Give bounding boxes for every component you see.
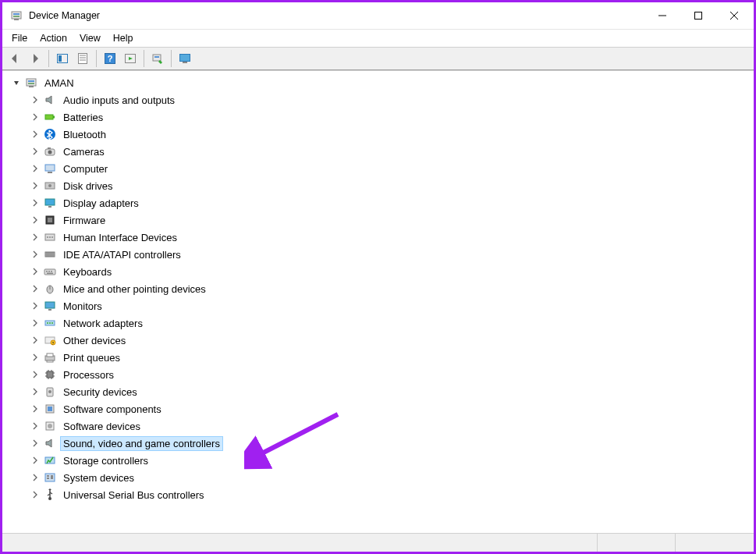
tree-item-other[interactable]: ?Other devices <box>29 332 752 349</box>
collapse-icon[interactable] <box>10 76 23 89</box>
menu-help[interactable]: Help <box>107 31 140 45</box>
svg-rect-31 <box>45 165 55 171</box>
tree-item-audio[interactable]: Audio inputs and outputs <box>29 91 752 108</box>
tree-item-swcomp[interactable]: Software components <box>29 400 752 417</box>
app-icon <box>10 9 23 22</box>
tree-item-display[interactable]: Display adapters <box>29 194 752 211</box>
expand-icon[interactable] <box>29 128 41 140</box>
tree-item-monitors[interactable]: Monitors <box>29 297 752 314</box>
show-hide-console-tree-button[interactable] <box>53 49 72 68</box>
expand-icon[interactable] <box>29 265 41 278</box>
scan-hardware-button[interactable] <box>148 49 167 68</box>
forward-button[interactable] <box>26 49 44 68</box>
menu-file[interactable]: File <box>5 31 34 45</box>
svg-rect-80 <box>48 407 52 411</box>
expand-icon[interactable] <box>29 145 41 158</box>
tree-item-system[interactable]: System devices <box>29 469 752 486</box>
device-manager-window: Device Manager File Action View Help <box>2 2 754 552</box>
hid-icon <box>43 230 57 244</box>
system-icon <box>43 471 57 485</box>
expand-icon[interactable] <box>29 385 41 398</box>
tree-item-firmware[interactable]: Firmware <box>29 211 752 229</box>
tree-item-label: Cameras <box>60 144 108 159</box>
tree-item-label: Mice and other pointing devices <box>60 282 209 297</box>
expand-icon[interactable] <box>29 454 41 467</box>
swdev-icon <box>43 419 57 433</box>
tree-item-security[interactable]: Security devices <box>29 383 752 400</box>
storage-icon <box>43 453 57 467</box>
svg-rect-22 <box>28 80 34 82</box>
keyboards-icon <box>43 265 57 279</box>
close-button[interactable] <box>716 3 752 28</box>
tree-item-storage[interactable]: Storage controllers <box>29 452 752 469</box>
tree-item-processors[interactable]: Processors <box>29 366 752 383</box>
tree-item-printqueues[interactable]: Print queues <box>29 349 752 366</box>
tree-item-label: Storage controllers <box>60 453 151 468</box>
help-button[interactable]: ? <box>101 49 119 68</box>
tree-root-node[interactable]: AMAN <box>10 74 752 91</box>
expand-icon[interactable] <box>29 214 41 226</box>
svg-rect-23 <box>28 83 34 84</box>
tree-item-sound[interactable]: Sound, video and game controllers <box>29 435 752 452</box>
tree-item-label: Disk drives <box>60 179 116 194</box>
expand-icon[interactable] <box>29 94 41 106</box>
svg-rect-50 <box>46 271 48 272</box>
other-icon: ? <box>43 333 57 347</box>
expand-icon[interactable] <box>29 351 41 364</box>
expand-icon[interactable] <box>29 111 41 123</box>
tree-item-label: IDE ATA/ATAPI controllers <box>60 247 184 262</box>
tree-item-label: Sound, video and game controllers <box>60 436 223 451</box>
action-button[interactable] <box>121 49 140 68</box>
tree-item-keyboards[interactable]: Keyboards <box>29 263 752 280</box>
tree-item-diskdrives[interactable]: Disk drives <box>29 177 752 194</box>
tree-item-computer[interactable]: Computer <box>29 160 752 177</box>
expand-icon[interactable] <box>29 488 41 501</box>
network-icon <box>43 316 57 330</box>
tree-item-label: Universal Serial Bus controllers <box>60 488 208 503</box>
tree-item-network[interactable]: Network adapters <box>29 314 752 332</box>
monitor-button[interactable] <box>176 49 194 68</box>
svg-rect-10 <box>79 54 87 64</box>
tree-item-swdev[interactable]: Software devices <box>29 417 752 435</box>
expand-icon[interactable] <box>29 437 41 449</box>
tree-item-bluetooth[interactable]: Bluetooth <box>29 126 752 143</box>
expand-icon[interactable] <box>29 420 41 432</box>
svg-rect-26 <box>53 116 55 119</box>
device-tree[interactable]: AMAN Audio inputs and outputsBatteriesBl… <box>2 70 754 533</box>
svg-rect-18 <box>154 56 159 58</box>
menu-view[interactable]: View <box>73 31 107 45</box>
svg-rect-21 <box>27 79 36 86</box>
expand-icon[interactable] <box>29 282 41 295</box>
expand-icon[interactable] <box>29 231 41 243</box>
tree-item-cameras[interactable]: Cameras <box>29 143 752 160</box>
svg-text:?: ? <box>108 54 113 63</box>
expand-icon[interactable] <box>29 162 41 175</box>
tree-item-hid[interactable]: Human Interface Devices <box>29 229 752 246</box>
svg-rect-32 <box>48 172 52 173</box>
expand-icon[interactable] <box>29 197 41 209</box>
expand-icon[interactable] <box>29 403 41 415</box>
computer-icon <box>24 76 38 90</box>
maximize-button[interactable] <box>680 3 716 28</box>
expand-icon[interactable] <box>29 368 41 381</box>
tree-item-ide[interactable]: IDE ATA/ATAPI controllers <box>29 246 752 263</box>
tree-item-mice[interactable]: Mice and other pointing devices <box>29 280 752 297</box>
diskdrives-icon <box>43 179 57 193</box>
expand-icon[interactable] <box>29 334 41 346</box>
tree-item-label: Print queues <box>60 350 123 365</box>
expand-icon[interactable] <box>29 300 41 312</box>
minimize-button[interactable] <box>644 3 680 28</box>
back-button[interactable] <box>5 49 24 68</box>
tree-item-label: Processors <box>60 368 117 382</box>
svg-point-29 <box>48 151 52 154</box>
titlebar: Device Manager <box>2 2 754 30</box>
tree-item-usb[interactable]: Universal Serial Bus controllers <box>29 486 752 503</box>
expand-icon[interactable] <box>29 471 41 484</box>
expand-icon[interactable] <box>29 179 41 192</box>
expand-icon[interactable] <box>29 248 41 261</box>
tree-item-batteries[interactable]: Batteries <box>29 108 752 126</box>
menu-action[interactable]: Action <box>34 31 73 45</box>
expand-icon[interactable] <box>29 317 41 329</box>
tree-item-label: Firmware <box>60 213 108 228</box>
properties-button[interactable] <box>73 49 92 68</box>
